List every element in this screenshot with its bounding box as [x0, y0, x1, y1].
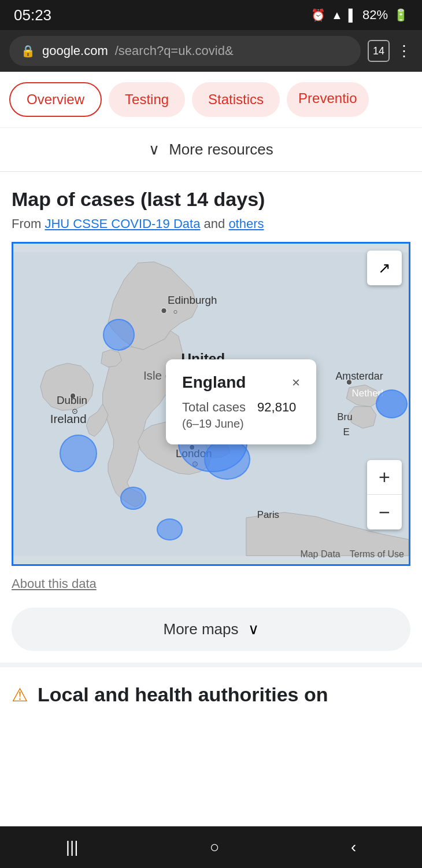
more-maps-button[interactable]: More maps ∨	[12, 608, 410, 651]
signal-icon: ▌	[349, 9, 357, 22]
browser-menu[interactable]: ⋮	[397, 42, 413, 60]
url-path: /search?q=uk.covid&	[115, 43, 234, 58]
bubble-london	[204, 439, 250, 480]
zoom-in-button[interactable]: +	[367, 460, 402, 495]
status-time: 05:23	[14, 6, 51, 24]
popup-close-button[interactable]: ×	[292, 374, 300, 391]
tab-pills-row: Overview Testing Statistics Preventio	[0, 72, 422, 128]
source-prefix: From	[12, 216, 45, 231]
status-bar: 05:23 ⏰ ▲ ▌ 82% 🔋	[0, 0, 422, 30]
svg-text:Bru: Bru	[337, 411, 352, 422]
source-jhu-link[interactable]: JHU CSSE COVID-19 Data	[45, 216, 200, 231]
popup-cases-value: 92,810	[257, 400, 296, 415]
svg-text:Ireland: Ireland	[50, 412, 87, 425]
svg-text:Paris: Paris	[257, 509, 279, 520]
wifi-icon: ▲	[331, 9, 343, 22]
map-section: Map of cases (last 14 days) From JHU CSS…	[0, 172, 422, 566]
nav-menu-button[interactable]: |||	[66, 838, 79, 856]
popup-date-range: (6–19 June)	[182, 417, 300, 431]
map-attribution: Map Data Terms of Use	[300, 549, 404, 560]
more-resources-label: More resources	[169, 141, 273, 159]
about-data-section: About this data	[0, 566, 422, 602]
tab-prevention-partial[interactable]: Preventio	[287, 82, 368, 117]
nav-back-button[interactable]: ‹	[351, 838, 356, 856]
popup-cases-row: Total cases 92,810	[182, 400, 300, 415]
svg-text:Edinburgh: Edinburgh	[168, 294, 217, 306]
local-section-title: Local and health authorities on	[38, 683, 328, 706]
more-maps-label: More maps	[163, 620, 238, 638]
url-google: google.com	[42, 43, 108, 58]
bottom-nav: ||| ○ ‹	[0, 826, 422, 868]
nav-home-button[interactable]: ○	[210, 838, 220, 856]
terms-of-use-label: Terms of Use	[350, 549, 404, 560]
battery-text: 82%	[362, 8, 388, 23]
lock-icon: 🔒	[21, 44, 35, 58]
alarm-icon: ⏰	[311, 8, 325, 22]
chevron-down-icon: ∨	[149, 141, 160, 159]
source-others-link[interactable]: others	[228, 216, 264, 231]
bubble-wales	[60, 435, 97, 472]
tab-statistics[interactable]: Statistics	[192, 82, 280, 117]
bubble-neth	[376, 389, 408, 418]
battery-icon: 🔋	[394, 8, 408, 22]
popup-header: England ×	[182, 373, 300, 392]
status-icons: ⏰ ▲ ▌ 82% 🔋	[311, 8, 408, 23]
more-resources-row[interactable]: ∨ More resources	[0, 128, 422, 172]
url-bar: 🔒 google.com /search?q=uk.covid& 14 ⋮	[0, 30, 422, 72]
warning-icon: ⚠	[12, 684, 28, 706]
map-title: Map of cases (last 14 days)	[12, 188, 410, 211]
local-authorities-section: ⚠ Local and health authorities on	[0, 663, 422, 718]
bubble-sw	[120, 487, 146, 510]
svg-text:Dublin: Dublin	[57, 394, 87, 406]
local-section-header: ⚠ Local and health authorities on	[12, 683, 410, 706]
bubble-south	[157, 518, 183, 540]
map-expand-button[interactable]: ↗	[367, 251, 402, 285]
map-zoom-controls: + −	[367, 460, 402, 529]
zoom-out-button[interactable]: −	[367, 495, 402, 529]
tab-overview[interactable]: Overview	[9, 82, 102, 117]
more-maps-chevron-icon: ∨	[248, 620, 259, 638]
tab-testing[interactable]: Testing	[109, 82, 185, 117]
url-input-area[interactable]: 🔒 google.com /search?q=uk.covid&	[9, 36, 361, 66]
source-middle: and	[204, 216, 229, 231]
map-source: From JHU CSSE COVID-19 Data and others	[12, 216, 410, 231]
svg-text:E: E	[343, 426, 350, 437]
map-container[interactable]: Edinburgh ○ United Isle of Dublin ⊙ Irel…	[12, 242, 410, 566]
svg-point-1	[161, 308, 166, 313]
bubble-scotland	[103, 319, 135, 351]
england-popup: England × Total cases 92,810 (6–19 June)	[166, 359, 316, 444]
popup-cases-label: Total cases	[182, 400, 246, 415]
svg-text:Amsterdar: Amsterdar	[336, 370, 383, 382]
svg-text:○: ○	[173, 307, 177, 316]
popup-region-name: England	[182, 373, 246, 392]
about-data-link[interactable]: About this data	[12, 576, 97, 591]
map-data-label: Map Data	[300, 549, 340, 560]
tab-count[interactable]: 14	[368, 40, 390, 62]
